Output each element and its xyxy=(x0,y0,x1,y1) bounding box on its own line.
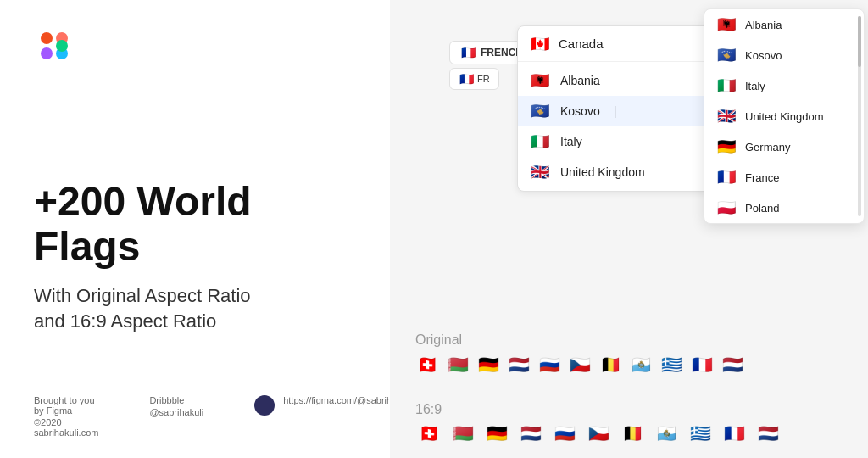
uk-flag-main: 🇬🇧 xyxy=(530,165,550,179)
footer-credit: Brought to you by Figma ©2020 sabrihakul… xyxy=(34,395,98,438)
right-item-italy[interactable]: 🇮🇹 Italy xyxy=(704,70,864,101)
left-panel: +200 World Flags With Original Aspect Ra… xyxy=(0,0,390,458)
right-albania-label: Albania xyxy=(745,19,782,31)
right-item-uk[interactable]: 🇬🇧 United Kingdom xyxy=(704,101,864,131)
avatar xyxy=(254,395,275,416)
kosovo-label: Kosovo xyxy=(560,104,600,118)
right-dropdown: 🇦🇱 Albania 🇽🇰 Kosovo 🇮🇹 Italy 🇬🇧 United … xyxy=(704,8,865,224)
dropdown-item-kosovo[interactable]: 🇽🇰 Kosovo | xyxy=(518,96,728,126)
selected-country-label: Canada xyxy=(559,36,604,51)
svg-point-4 xyxy=(56,40,68,52)
flag169-by: 🇧🇾 xyxy=(449,426,476,441)
main-title: +200 World Flags xyxy=(34,180,356,270)
albania-flag: 🇦🇱 xyxy=(530,74,550,87)
fr-badge-flag: 🇫🇷 xyxy=(459,74,474,84)
flag-cz: 🇨🇿 xyxy=(568,356,592,373)
original-section: Original 🇨🇭 🇧🇾 🇩🇪 🇳🇱 🇷🇺 🇨🇿 🇧🇪 🇸🇲 🇬🇷 🇫🇷 🇳… xyxy=(415,332,860,373)
italy-flag: 🇮🇹 xyxy=(530,135,550,148)
french-button-flag: 🇫🇷 xyxy=(460,47,476,58)
right-item-kosovo[interactable]: 🇽🇰 Kosovo xyxy=(704,40,864,70)
canada-flag-icon: 🇨🇦 xyxy=(530,37,550,51)
flag-ru: 🇷🇺 xyxy=(537,356,561,373)
dribbble-link[interactable]: @sabrihakuli xyxy=(149,407,203,417)
uk-label: United Kingdom xyxy=(560,165,645,179)
right-item-poland[interactable]: 🇵🇱 Poland xyxy=(704,193,864,223)
right-france-label: France xyxy=(745,171,779,184)
figma-logo xyxy=(34,25,356,87)
right-italy-label: Italy xyxy=(745,80,765,92)
fr-badge-label: FR xyxy=(477,74,490,84)
right-item-albania[interactable]: 🇦🇱 Albania xyxy=(704,9,864,40)
flag169-ru: 🇷🇺 xyxy=(551,426,578,441)
ratio-flags-row: 🇨🇭 🇧🇾 🇩🇪 🇳🇱 🇷🇺 🇨🇿 🇧🇪 🇸🇲 🇬🇷 🇫🇷 🇳🇱 xyxy=(415,426,860,441)
flag-de: 🇩🇪 xyxy=(476,356,500,373)
svg-rect-0 xyxy=(41,32,53,44)
right-poland-label: Poland xyxy=(745,202,779,215)
dropdown-selected[interactable]: 🇨🇦 Canada ▼ xyxy=(518,26,728,62)
footer-figma: https://figma.com/@sabrihakuli xyxy=(254,395,411,438)
dropdown-item-albania[interactable]: 🇦🇱 Albania xyxy=(518,65,728,96)
flag-fr-row: 🇫🇷 xyxy=(690,356,714,373)
flag169-gr: 🇬🇷 xyxy=(687,426,714,441)
right-item-germany[interactable]: 🇩🇪 Germany xyxy=(704,131,864,162)
right-france-flag: 🇫🇷 xyxy=(716,170,737,184)
subtitle: With Original Aspect Ratioand 16:9 Aspec… xyxy=(34,283,356,336)
flag169-nl2: 🇳🇱 xyxy=(754,426,782,441)
flag-gr: 🇬🇷 xyxy=(659,356,683,373)
original-label: Original xyxy=(415,332,860,348)
albania-label: Albania xyxy=(560,74,600,87)
dropdown-item-italy[interactable]: 🇮🇹 Italy xyxy=(518,126,728,157)
right-kosovo-label: Kosovo xyxy=(745,49,782,62)
right-albania-flag: 🇦🇱 xyxy=(716,18,737,31)
right-kosovo-flag: 🇽🇰 xyxy=(716,48,737,62)
footer: Brought to you by Figma ©2020 sabrihakul… xyxy=(34,395,411,438)
right-poland-flag: 🇵🇱 xyxy=(716,201,737,215)
flag169-fr: 🇫🇷 xyxy=(721,426,748,441)
original-flags-row: 🇨🇭 🇧🇾 🇩🇪 🇳🇱 🇷🇺 🇨🇿 🇧🇪 🇸🇲 🇬🇷 🇫🇷 🇳🇱 xyxy=(415,356,860,373)
flag169-cz: 🇨🇿 xyxy=(585,426,612,441)
cursor-indicator: | xyxy=(614,104,617,118)
right-uk-flag: 🇬🇧 xyxy=(716,109,737,123)
right-panel: 🇫🇷 FRENCH 🇫🇷 FR 🇨🇦 Canada ▼ 🇦🇱 Albania 🇽… xyxy=(390,0,868,458)
kosovo-flag: 🇽🇰 xyxy=(530,104,550,118)
flag-nl: 🇳🇱 xyxy=(507,356,531,373)
flag169-nl: 🇳🇱 xyxy=(517,426,544,441)
dropdown-list: 🇦🇱 Albania 🇽🇰 Kosovo | 🇮🇹 Italy 🇬🇧 Unite… xyxy=(518,62,728,191)
flag-sm: 🇸🇲 xyxy=(629,356,653,373)
svg-rect-2 xyxy=(41,47,53,59)
flag-be: 🇧🇪 xyxy=(598,356,622,373)
flag169-be: 🇧🇪 xyxy=(619,426,646,441)
right-germany-label: Germany xyxy=(745,141,790,154)
right-italy-flag: 🇮🇹 xyxy=(716,79,737,92)
italy-label: Italy xyxy=(560,135,582,148)
right-germany-flag: 🇩🇪 xyxy=(716,140,737,154)
flag-by: 🇧🇾 xyxy=(446,356,470,373)
scrollbar[interactable] xyxy=(858,16,861,216)
ratio-section: 16:9 🇨🇭 🇧🇾 🇩🇪 🇳🇱 🇷🇺 🇨🇿 🇧🇪 🇸🇲 🇬🇷 🇫🇷 🇳🇱 xyxy=(415,402,860,441)
right-item-france[interactable]: 🇫🇷 France xyxy=(704,162,864,193)
fr-badge[interactable]: 🇫🇷 FR xyxy=(449,68,499,90)
ratio-label: 16:9 xyxy=(415,402,860,417)
flag169-de: 🇩🇪 xyxy=(483,426,510,441)
footer-website-link[interactable]: ©2020 sabrihakuli.com xyxy=(34,417,98,438)
main-dropdown[interactable]: 🇨🇦 Canada ▼ 🇦🇱 Albania 🇽🇰 Kosovo | 🇮🇹 It… xyxy=(517,25,729,192)
dropdown-item-uk[interactable]: 🇬🇧 United Kingdom xyxy=(518,157,728,187)
scrollbar-thumb xyxy=(858,16,861,67)
flag-ch: 🇨🇭 xyxy=(415,356,439,373)
flag169-ch: 🇨🇭 xyxy=(415,426,442,441)
footer-dribbble: Dribbble @sabrihakuli xyxy=(149,395,203,438)
flag-nl2: 🇳🇱 xyxy=(721,356,744,373)
right-uk-label: United Kingdom xyxy=(745,110,824,123)
flag169-sm: 🇸🇲 xyxy=(653,426,680,441)
